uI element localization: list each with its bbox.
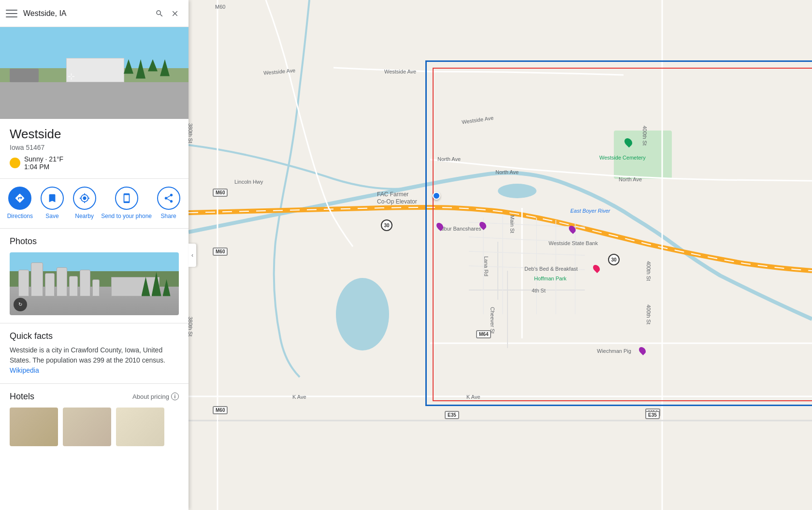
sidebar-panel: ⊹ Westside Iowa 51467 Sunny · 21°F 1:04 … xyxy=(0,0,188,510)
wiechman-marker[interactable] xyxy=(639,347,645,354)
hotel-card-1[interactable] xyxy=(10,408,58,446)
photos-section: Photos xyxy=(0,229,188,323)
map-label-380th-2: 380th St xyxy=(188,317,193,336)
wikipedia-link[interactable]: Wikipedia xyxy=(10,366,39,374)
badge-m64-1: M64 xyxy=(476,330,491,338)
map-label-co-op: Co-Op Elevator xyxy=(377,198,417,205)
share-icon xyxy=(157,187,180,210)
balbur-dollar-icon: $ xyxy=(438,223,442,231)
current-location-dot xyxy=(433,192,440,200)
map-label-k-ave2: K Ave xyxy=(466,394,480,400)
photo-thumbnail[interactable]: ↻ xyxy=(10,252,179,315)
map-label-cemetery: Westside Cemetery xyxy=(599,155,646,160)
badge-us30-1: 30 xyxy=(381,219,392,231)
weather-time: 1:04 PM xyxy=(24,163,49,171)
map-label-hoffman: Hoffman Park xyxy=(534,276,566,281)
map-label-400th-3: 400th St xyxy=(646,305,652,324)
tree-group xyxy=(142,272,171,296)
directions-icon xyxy=(8,187,31,210)
map-label-fac: FAC Farmer xyxy=(377,191,408,198)
save-icon xyxy=(41,187,64,210)
photos-grid: ↻ xyxy=(10,252,179,315)
send-to-phone-button[interactable]: Send to your phone xyxy=(101,187,152,220)
quick-facts-text: Westside is a city in Crawford County, I… xyxy=(10,345,179,376)
search-input[interactable] xyxy=(23,9,152,18)
save-button[interactable]: Save xyxy=(37,187,68,220)
directions-button[interactable]: Directions xyxy=(4,187,35,220)
hotel-card-3[interactable] xyxy=(116,408,164,446)
weather-row: Sunny · 21°F 1:04 PM xyxy=(10,155,179,171)
cemetery-marker[interactable] xyxy=(625,138,632,146)
hotels-section: Hotels About pricing i xyxy=(0,384,188,454)
map-label-debs: Deb's Bed & Breakfast xyxy=(524,266,578,272)
about-pricing-button[interactable]: About pricing i xyxy=(132,393,179,400)
silo-group xyxy=(18,262,100,296)
map-label-lana: Lana Rd xyxy=(483,256,489,277)
quick-facts-body: Westside is a city in Crawford County, I… xyxy=(10,346,165,364)
badge-us30-2: 30 xyxy=(608,254,620,265)
map-container[interactable]: M60 Westside Ave Westside Ave Westside A… xyxy=(188,0,812,510)
badge-m60-1: M60 xyxy=(213,189,228,197)
badge-e35-1: E35 xyxy=(445,411,459,419)
send-to-phone-icon xyxy=(115,187,138,210)
map-label-wsb: Westside State Bank xyxy=(549,240,598,246)
map-label-east-boyer-river: East Boyer River xyxy=(570,208,610,214)
svg-rect-0 xyxy=(188,0,812,510)
info-icon: i xyxy=(171,393,179,400)
us30-dollar-icon: $ xyxy=(481,222,485,230)
street-view-cursor: ⊹ xyxy=(68,71,75,82)
photo-360-icon[interactable]: ↻ xyxy=(14,298,27,311)
map-label-lincoln-hwy: Lincoln Hwy xyxy=(234,179,263,185)
action-buttons: Directions Save Nearby xyxy=(0,179,188,229)
map-label-north-ave2: North Ave xyxy=(495,169,519,175)
map-label-m60-top: M60 xyxy=(215,4,225,10)
directions-label: Directions xyxy=(7,213,33,220)
hotels-title: Hotels xyxy=(10,392,34,402)
map-label-400th-1: 400th St xyxy=(642,126,648,146)
hotel-cards xyxy=(10,408,179,446)
debs-marker[interactable] xyxy=(594,264,599,272)
svg-point-1 xyxy=(498,184,536,198)
map-label-north-ave1: North Ave xyxy=(437,156,461,162)
map-label-cheever: Cheever St xyxy=(490,307,495,334)
search-bar xyxy=(0,0,188,27)
weather-condition: Sunny · 21°F xyxy=(24,155,63,163)
photos-title: Photos xyxy=(10,236,179,247)
map-label-balbur: albur Bancshares xyxy=(440,226,481,232)
place-info: Westside Iowa 51467 Sunny · 21°F 1:04 PM xyxy=(0,119,188,179)
nearby-label: Nearby xyxy=(75,213,94,220)
map-label-main-st: Main St xyxy=(509,215,515,233)
hotel-card-2[interactable] xyxy=(63,408,111,446)
map-svg xyxy=(188,0,812,510)
hotels-header: Hotels About pricing i xyxy=(10,392,179,402)
collapse-sidebar-button[interactable]: ‹ xyxy=(188,244,196,267)
svg-point-2 xyxy=(336,278,389,350)
map-label-400th-2: 400th St xyxy=(646,261,652,281)
hero-image[interactable]: ⊹ xyxy=(0,27,188,119)
search-button[interactable] xyxy=(152,6,167,21)
share-button[interactable]: Share xyxy=(153,187,184,220)
map-label-north-ave3: North Ave xyxy=(619,176,642,182)
map-label-4th-st: 4th St xyxy=(532,288,546,293)
place-name: Westside xyxy=(10,127,179,142)
quick-facts-title: Quick facts xyxy=(10,331,179,341)
weather-text: Sunny · 21°F 1:04 PM xyxy=(24,155,63,171)
place-address: Iowa 51467 xyxy=(10,144,179,151)
clear-search-button[interactable] xyxy=(167,6,183,21)
menu-button[interactable] xyxy=(6,8,17,19)
about-pricing-label: About pricing xyxy=(132,393,169,400)
quick-facts-section: Quick facts Westside is a city in Crawfo… xyxy=(0,323,188,384)
map-label-wiechman: Wiechman Pig xyxy=(597,348,631,354)
wsb-dollar-icon: $ xyxy=(570,226,574,234)
map-label-k-ave1: K Ave xyxy=(292,394,306,400)
badge-m60-2: M60 xyxy=(213,248,228,256)
nearby-icon xyxy=(73,187,96,210)
send-to-phone-label: Send to your phone xyxy=(101,213,152,220)
nearby-button[interactable]: Nearby xyxy=(69,187,100,220)
weather-sun-icon xyxy=(10,158,20,168)
share-label: Share xyxy=(161,213,176,220)
map-label-westside-ave2: Westside Ave xyxy=(384,69,416,74)
map-label-380th-1: 380th St xyxy=(188,123,193,143)
badge-m60-3: M60 xyxy=(213,406,228,414)
badge-e35-2: E35 xyxy=(645,411,660,419)
